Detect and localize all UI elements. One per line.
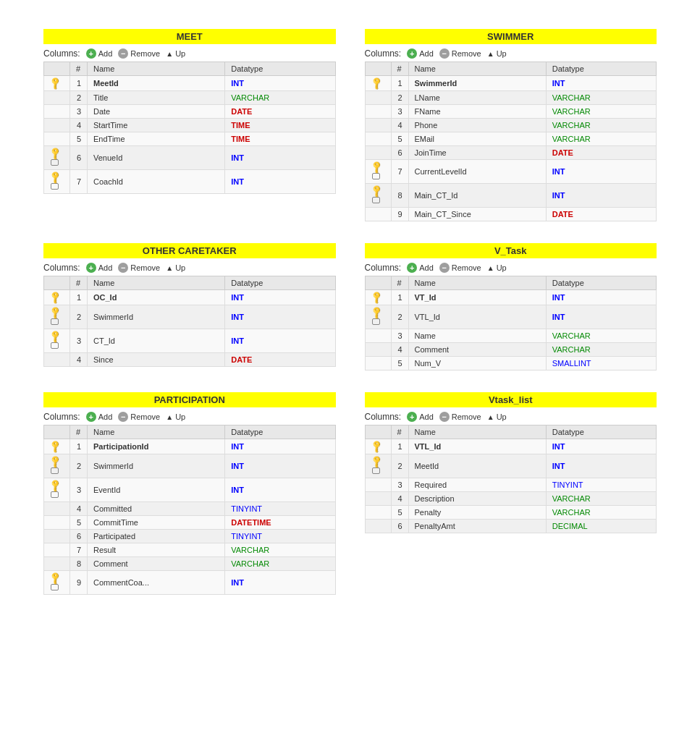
table-row[interactable]: 🔑1VTL_IdINT	[365, 439, 657, 454]
row-datatype-cell: VARCHAR	[225, 543, 335, 557]
table-row[interactable]: 3DateDATE	[44, 105, 336, 119]
row-num-cell: 5	[391, 506, 408, 520]
row-icons-cell	[44, 132, 70, 146]
row-name-cell: MeetId	[408, 454, 546, 478]
table-row[interactable]: 6JoinTimeDATE	[365, 146, 657, 160]
table-row[interactable]: 🔑2VTL_IdINT	[365, 305, 657, 329]
vtask-add-button[interactable]: + Add	[407, 263, 434, 273]
row-datatype-cell: INT	[546, 76, 656, 91]
participation-up-button[interactable]: ▲ Up	[166, 412, 185, 421]
table-row[interactable]: 5CommitTimeDATETIME	[44, 516, 336, 530]
oc-th-datatype: Datatype	[225, 276, 335, 290]
row-num-cell: 2	[70, 91, 88, 105]
row-name-cell: VenueId	[88, 146, 225, 170]
meet-remove-button[interactable]: − Remove	[118, 48, 160, 59]
vtask-th-icons	[365, 276, 391, 290]
table-row[interactable]: 🔑2SwimmerIdINT	[44, 305, 336, 329]
row-num-cell: 1	[391, 76, 408, 91]
table-row[interactable]: 6ParticipatedTINYINT	[44, 530, 336, 543]
table-row[interactable]: 2TitleVARCHAR	[44, 91, 336, 105]
table-row[interactable]: 2LNameVARCHAR	[365, 91, 657, 105]
table-row[interactable]: 3FNameVARCHAR	[365, 105, 657, 119]
row-name-cell: CommentCoa...	[88, 571, 225, 595]
table-row[interactable]: 5Num_VSMALLINT	[365, 357, 657, 370]
row-num-cell: 3	[70, 478, 88, 502]
row-name-cell: Comment	[408, 343, 546, 357]
vtask-add-icon: +	[407, 263, 417, 273]
table-row[interactable]: 🔑1OC_IdINT	[44, 290, 336, 305]
vtask-remove-button[interactable]: − Remove	[439, 263, 481, 273]
table-row[interactable]: 🔑2SwimmerIdINT	[44, 454, 336, 478]
row-icons-cell	[44, 91, 70, 105]
row-datatype-cell: INT	[225, 454, 335, 478]
table-row[interactable]: 4StartTimeTIME	[44, 119, 336, 132]
row-icons-cell	[44, 353, 70, 367]
swimmer-up-button[interactable]: ▲ Up	[487, 49, 507, 58]
vtask-up-button[interactable]: ▲ Up	[487, 263, 507, 272]
meet-add-button[interactable]: + Add	[86, 48, 113, 59]
table-row[interactable]: 5PenaltyVARCHAR	[365, 506, 657, 520]
vtask-list-up-button[interactable]: ▲ Up	[487, 412, 507, 421]
table-row[interactable]: 3NameVARCHAR	[365, 329, 657, 343]
row-datatype-cell: SMALLINT	[546, 357, 656, 370]
participation-add-button[interactable]: + Add	[86, 412, 113, 422]
vtask-list-remove-button[interactable]: − Remove	[439, 412, 481, 422]
other-caretaker-add-button[interactable]: + Add	[86, 263, 113, 273]
table-row[interactable]: 🔑8Main_CT_IdINT	[365, 184, 657, 208]
row-icons-cell	[365, 357, 391, 370]
swimmer-add-icon: +	[407, 48, 417, 59]
table-row[interactable]: 🔑3CT_IdINT	[44, 329, 336, 353]
table-row[interactable]: 5EMailVARCHAR	[365, 132, 657, 146]
row-num-cell: 4	[391, 119, 408, 132]
row-name-cell: Result	[88, 543, 225, 557]
row-name-cell: CurrentLevelId	[408, 160, 546, 184]
vtask-list-up-icon: ▲	[487, 413, 494, 421]
row-name-cell: Required	[408, 478, 546, 492]
table-row[interactable]: 🔑9CommentCoa...INT	[44, 571, 336, 595]
part-th-num: #	[70, 425, 88, 439]
row-icons-cell: 🔑	[44, 329, 70, 353]
other-caretaker-up-button[interactable]: ▲ Up	[166, 263, 185, 272]
table-row[interactable]: 🔑3EventIdINT	[44, 478, 336, 502]
row-datatype-cell: INT	[546, 305, 656, 329]
meet-up-button[interactable]: ▲ Up	[166, 49, 185, 58]
row-icons-cell: 🔑	[44, 305, 70, 329]
table-row[interactable]: 7ResultVARCHAR	[44, 543, 336, 557]
row-num-cell: 6	[70, 530, 88, 543]
table-row[interactable]: 4CommittedTINYINT	[44, 502, 336, 516]
table-row[interactable]: 🔑1ParticipationIdINT	[44, 439, 336, 454]
table-row[interactable]: 4PhoneVARCHAR	[365, 119, 657, 132]
table-row[interactable]: 4CommentVARCHAR	[365, 343, 657, 357]
vtask-list-add-button[interactable]: + Add	[407, 412, 434, 422]
table-row[interactable]: 🔑7CurrentLevelIdINT	[365, 160, 657, 184]
participation-toolbar: Columns: + Add − Remove ▲ Up	[43, 412, 336, 422]
row-name-cell: Phone	[408, 119, 546, 132]
table-row[interactable]: 🔑1MeetIdINT	[44, 76, 336, 91]
table-row[interactable]: 9Main_CT_SinceDATE	[365, 208, 657, 221]
table-row[interactable]: 5EndTimeTIME	[44, 132, 336, 146]
vtask-th-datatype: Datatype	[546, 276, 656, 290]
row-icons-cell	[365, 132, 391, 146]
row-datatype-cell: TINYINT	[546, 478, 656, 492]
swimmer-remove-button[interactable]: − Remove	[439, 48, 481, 59]
table-row[interactable]: 4SinceDATE	[44, 353, 336, 367]
table-row[interactable]: 🔑7CoachIdINT	[44, 170, 336, 194]
table-row[interactable]: 🔑6VenueIdINT	[44, 146, 336, 170]
participation-columns-label: Columns:	[43, 412, 80, 422]
table-row[interactable]: 4DescriptionVARCHAR	[365, 492, 657, 506]
key-icon: 🔑	[48, 478, 63, 494]
vtask-title: V_Task	[365, 243, 657, 258]
other-caretaker-remove-button[interactable]: − Remove	[118, 263, 160, 273]
table-row[interactable]: 🔑2MeetIdINT	[365, 454, 657, 478]
table-row[interactable]: 6PenaltyAmtDECIMAL	[365, 520, 657, 533]
row-icons-cell	[365, 478, 391, 492]
row-num-cell: 6	[70, 146, 88, 170]
table-row[interactable]: 🔑1VT_IdINT	[365, 290, 657, 305]
key-icon: 🔑	[48, 454, 63, 470]
table-row[interactable]: 8CommentVARCHAR	[44, 557, 336, 571]
participation-remove-button[interactable]: − Remove	[118, 412, 160, 422]
table-row[interactable]: 🔑1SwimmerIdINT	[365, 76, 657, 91]
table-row[interactable]: 3RequiredTINYINT	[365, 478, 657, 492]
vtask-th-name: Name	[408, 276, 546, 290]
swimmer-add-button[interactable]: + Add	[407, 48, 434, 59]
